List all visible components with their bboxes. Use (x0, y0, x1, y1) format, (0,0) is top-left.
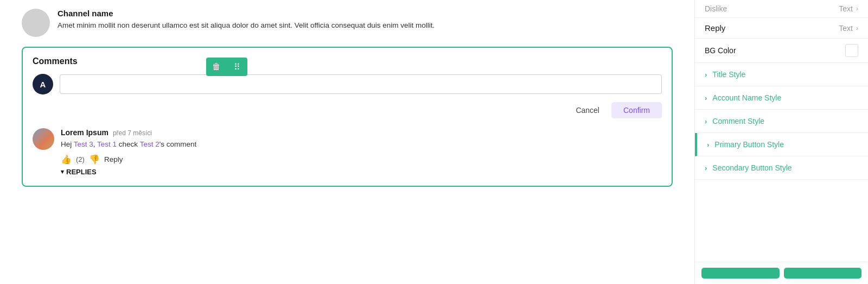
bottom-primary-button[interactable] (701, 268, 780, 279)
comment-body-suffix: 's comment (159, 140, 197, 148)
toolbar-float: 🗑 ⠿ (206, 58, 247, 76)
sidebar: Dislike Text › Reply Text › BG Color › T… (694, 0, 868, 284)
action-row: Cancel Confirm (33, 102, 662, 118)
title-style-label: Title Style (712, 70, 745, 79)
comment-time: před 7 měsíci (113, 129, 152, 137)
sidebar-bg-row: BG Color (695, 39, 868, 63)
comment-item: Lorem Ipsum před 7 měsíci Hej Test 3, Te… (33, 128, 662, 176)
chevron-down-icon: ▾ (61, 168, 64, 175)
comment-input-row: A (33, 74, 662, 94)
comment-link-1[interactable]: Test 3 (74, 140, 93, 148)
text-label: Text (839, 4, 853, 13)
chevron-right-icon-7: › (705, 164, 707, 172)
main-area: Channel name Amet minim mollit non deser… (0, 0, 694, 284)
sidebar-title-style[interactable]: › Title Style (695, 63, 868, 86)
comment-meta: Lorem Ipsum před 7 měsíci (61, 128, 662, 137)
comments-title: Comments (33, 56, 662, 66)
like-count: (2) (76, 155, 85, 163)
sidebar-secondary-button-style[interactable]: › Secondary Button Style (695, 156, 868, 180)
primary-button-style-label: Primary Button Style (714, 140, 784, 149)
channel-block: Channel name Amet minim mollit non deser… (22, 0, 673, 42)
chevron-right-icon-3: › (705, 71, 707, 79)
grid-button[interactable]: ⠿ (227, 58, 247, 76)
user-avatar: A (33, 74, 53, 94)
channel-text-block: Channel name Amet minim mollit non deser… (58, 9, 673, 31)
comment-input[interactable] (60, 74, 662, 94)
dislike-button[interactable]: 👎 (89, 154, 100, 165)
replies-label: REPLIES (66, 168, 97, 176)
comments-box: Comments A Cancel Confirm Lorem Ipsum př… (22, 47, 673, 187)
sidebar-reply-row: Reply Text › (695, 18, 868, 39)
sidebar-primary-button-style[interactable]: › Primary Button Style (695, 133, 868, 156)
comment-body: Hej Test 3, Test 1 check Test 2's commen… (61, 139, 662, 150)
chevron-right-icon-2: › (856, 24, 858, 32)
comment-link-3[interactable]: Test 2 (140, 140, 159, 148)
comment-body-mid: , (93, 140, 97, 148)
comment-style-label: Comment Style (712, 117, 764, 125)
delete-button[interactable]: 🗑 (206, 58, 227, 76)
chevron-right-icon-5: › (705, 117, 707, 125)
bg-color-label: BG Color (705, 46, 736, 55)
sidebar-bottom-buttons (695, 262, 868, 284)
confirm-button[interactable]: Confirm (611, 102, 662, 118)
reply-type: Text (839, 24, 853, 33)
bottom-secondary-button[interactable] (784, 268, 862, 279)
comment-author: Lorem Ipsum (61, 128, 108, 137)
comment-body-after: check (117, 140, 140, 148)
replies-toggle[interactable]: ▾ REPLIES (61, 168, 97, 176)
comment-actions: 👍 (2) 👎 Reply (61, 154, 662, 165)
cancel-button[interactable]: Cancel (569, 102, 606, 118)
comment-content: Lorem Ipsum před 7 měsíci Hej Test 3, Te… (61, 128, 662, 176)
dislike-label: Dislike (705, 4, 727, 13)
reply-right: Text › (839, 24, 858, 33)
chevron-right-icon-6: › (707, 141, 709, 149)
sidebar-account-name-style[interactable]: › Account Name Style (695, 86, 868, 110)
chevron-right-icon: › (856, 5, 858, 12)
chevron-right-icon-4: › (705, 94, 707, 102)
channel-avatar (22, 9, 50, 37)
channel-body: Amet minim mollit non deserunt ullamco e… (58, 20, 673, 31)
sidebar-dislike-row: Dislike Text › (695, 0, 868, 18)
sidebar-comment-style[interactable]: › Comment Style (695, 110, 868, 133)
reply-label: Reply (705, 23, 725, 33)
comment-avatar (33, 128, 54, 150)
account-name-style-label: Account Name Style (712, 93, 781, 102)
reply-button[interactable]: Reply (104, 155, 123, 163)
comment-link-2[interactable]: Test 1 (97, 140, 117, 148)
like-button[interactable]: 👍 (61, 154, 72, 165)
channel-name: Channel name (58, 9, 673, 18)
secondary-button-style-label: Secondary Button Style (712, 163, 792, 172)
comment-body-prefix: Hej (61, 140, 74, 148)
bg-color-swatch[interactable] (845, 44, 858, 57)
